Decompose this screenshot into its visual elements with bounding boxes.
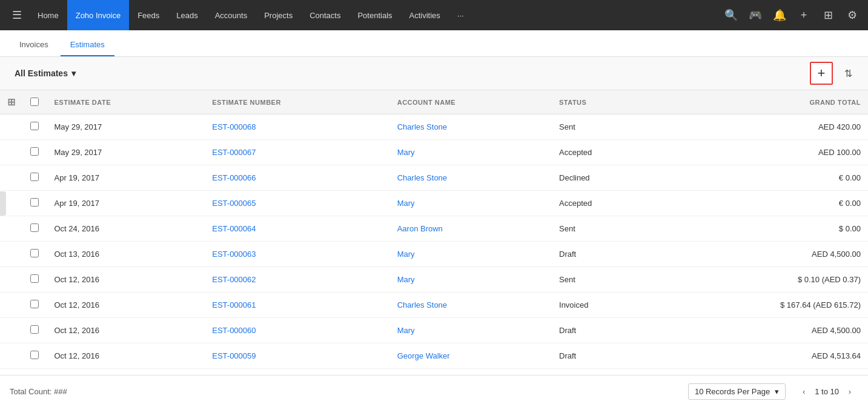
col-date-header: ESTIMATE DATE (47, 90, 205, 114)
row-number: EST-000060 (205, 318, 389, 343)
prev-page-button[interactable]: ‹ (795, 383, 812, 400)
nav-item-home[interactable]: Home (29, 0, 67, 30)
gamepad-icon[interactable]: 🎮 (744, 4, 766, 26)
account-name-link[interactable]: Mary (397, 275, 415, 284)
estimate-number-link[interactable]: EST-000065 (212, 199, 256, 208)
nav-item-leads[interactable]: Leads (168, 0, 206, 30)
toolbar: All Estimates ▾ + ⇅ (0, 57, 868, 90)
account-name-link[interactable]: Charles Stone (397, 173, 447, 182)
tab-estimates[interactable]: Estimates (61, 34, 114, 56)
row-date: Apr 19, 2017 (47, 191, 205, 216)
row-number: EST-000064 (205, 216, 389, 242)
nav-icons: 🔍 🎮 🔔 + ⊞ ⚙ (720, 4, 863, 26)
row-date: Oct 24, 2016 (47, 216, 205, 242)
next-page-button[interactable]: › (841, 383, 858, 400)
row-checkbox[interactable] (30, 198, 39, 207)
add-estimate-button[interactable]: + (810, 62, 833, 85)
settings-icon[interactable]: ⚙ (841, 4, 863, 26)
account-name-link[interactable]: Charles Stone (397, 122, 447, 131)
row-status: Draft (552, 343, 657, 369)
table-row: Apr 19, 2017 EST-000066 Charles Stone De… (0, 165, 868, 191)
row-icon-cell (0, 293, 23, 318)
add-nav-icon[interactable]: + (793, 4, 815, 26)
table-row: Oct 12, 2016 EST-000059 George Walker Dr… (0, 343, 868, 369)
nav-item-contacts[interactable]: Contacts (301, 0, 349, 30)
row-checkbox[interactable] (30, 122, 39, 130)
estimate-number-link[interactable]: EST-000059 (212, 351, 256, 360)
row-number: EST-000067 (205, 140, 389, 165)
hamburger-icon[interactable]: ☰ (5, 8, 29, 22)
account-name-link[interactable]: Charles Stone (397, 300, 447, 309)
sort-button[interactable]: ⇅ (838, 63, 858, 84)
row-checkbox[interactable] (30, 274, 39, 283)
account-name-link[interactable]: Aaron Brown (397, 224, 443, 233)
row-status: Accepted (552, 191, 657, 216)
nav-item-zoho-invoice[interactable]: Zoho Invoice (67, 0, 129, 30)
row-total: AED 4,513.64 (657, 343, 868, 369)
row-status: Accepted (552, 140, 657, 165)
estimate-number-link[interactable]: EST-000067 (212, 148, 256, 157)
estimate-number-link[interactable]: EST-000063 (212, 250, 256, 259)
nav-item-projects[interactable]: Projects (256, 0, 301, 30)
row-total: $ 0.00 (657, 216, 868, 242)
tab-invoices[interactable]: Invoices (10, 34, 58, 56)
row-checkbox[interactable] (30, 300, 39, 308)
row-checkbox[interactable] (30, 249, 39, 257)
estimate-number-link[interactable]: EST-000061 (212, 300, 256, 309)
row-total: $ 0.10 (AED 0.37) (657, 267, 868, 293)
table-row: May 29, 2017 EST-000067 Mary Accepted AE… (0, 140, 868, 165)
nav-item-potentials[interactable]: Potentials (349, 0, 400, 30)
row-status: Sent (552, 114, 657, 140)
table-row: May 29, 2017 EST-000068 Charles Stone Se… (0, 114, 868, 140)
per-page-select[interactable]: 10 Records Per Page ▾ (688, 383, 786, 400)
nav-item-accounts[interactable]: Accounts (207, 0, 256, 30)
estimate-number-link[interactable]: EST-000060 (212, 326, 256, 335)
estimate-number-link[interactable]: EST-000064 (212, 224, 256, 233)
nav-item-more[interactable]: ··· (449, 0, 472, 30)
notification-icon[interactable]: 🔔 (769, 4, 790, 26)
row-checkbox[interactable] (30, 351, 39, 359)
apps-icon[interactable]: ⊞ (817, 4, 839, 26)
nav-item-activities[interactable]: Activities (401, 0, 449, 30)
row-checkbox[interactable] (30, 147, 39, 156)
account-name-link[interactable]: Mary (397, 326, 415, 335)
account-name-link[interactable]: Mary (397, 148, 415, 157)
row-account: Charles Stone (390, 165, 552, 191)
nav-item-feeds[interactable]: Feeds (129, 0, 168, 30)
row-number: EST-000062 (205, 267, 389, 293)
row-status: Draft (552, 318, 657, 343)
table-row: Oct 12, 2016 EST-000061 Charles Stone In… (0, 293, 868, 318)
row-total: AED 100.00 (657, 140, 868, 165)
table-row: Oct 24, 2016 EST-000064 Aaron Brown Sent… (0, 216, 868, 242)
row-account: Mary (390, 242, 552, 267)
row-checkbox-cell (23, 216, 47, 242)
row-checkbox[interactable] (30, 173, 39, 181)
row-total: $ 167.64 (AED 615.72) (657, 293, 868, 318)
account-name-link[interactable]: Mary (397, 250, 415, 259)
row-date: Oct 12, 2016 (47, 318, 205, 343)
account-name-link[interactable]: George Walker (397, 351, 450, 360)
sidebar-collapse-tab[interactable] (0, 191, 6, 216)
dropdown-icon: ▾ (71, 68, 76, 78)
row-checkbox-cell (23, 165, 47, 191)
row-date: Apr 19, 2017 (47, 165, 205, 191)
estimate-number-link[interactable]: EST-000066 (212, 173, 256, 182)
select-all-checkbox[interactable] (30, 98, 39, 106)
row-date: Oct 12, 2016 (47, 343, 205, 369)
row-date: Oct 12, 2016 (47, 267, 205, 293)
top-nav: ☰ Home Zoho Invoice Feeds Leads Accounts… (0, 0, 868, 30)
search-icon[interactable]: 🔍 (720, 4, 742, 26)
row-checkbox[interactable] (30, 223, 39, 232)
account-name-link[interactable]: Mary (397, 199, 415, 208)
row-status: Declined (552, 165, 657, 191)
col-status-header: STATUS (552, 90, 657, 114)
estimate-number-link[interactable]: EST-000062 (212, 275, 256, 284)
row-total: € 0.00 (657, 191, 868, 216)
all-estimates-filter[interactable]: All Estimates ▾ (10, 66, 81, 81)
estimate-number-link[interactable]: EST-000068 (212, 122, 256, 131)
footer: Total Count: ### 10 Records Per Page ▾ ‹… (0, 375, 868, 407)
row-icon-cell (0, 242, 23, 267)
row-account: Mary (390, 267, 552, 293)
row-checkbox-cell (23, 318, 47, 343)
row-checkbox[interactable] (30, 325, 39, 334)
